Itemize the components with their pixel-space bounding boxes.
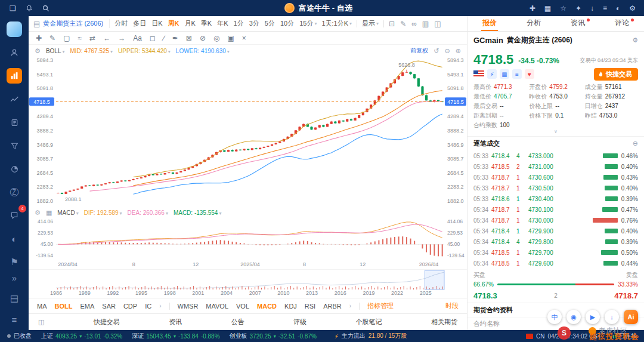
boll-dropdown[interactable]: BOLL▾ [46,48,65,54]
undo-icon[interactable]: ↺ [434,47,439,55]
tape-row[interactable]: 05:334718.614730.4000.39% [473,193,638,204]
arrows-icon[interactable]: ⇄ [89,35,95,42]
layout-icon[interactable]: ❏ [10,5,16,12]
news-icon[interactable] [7,115,22,130]
trend-icon[interactable] [7,91,22,107]
period-combo[interactable]: 1天:1分K▾ [321,19,352,28]
macd-dif-value[interactable]: DIF: 192.589▾ [84,209,122,216]
bottom-tab-公告[interactable]: 公告 [231,318,244,326]
history-timeline[interactable]: 1986198919921995199820012004200720102013… [29,269,467,298]
voice-button[interactable]: ◉ [566,310,581,324]
indicator-MAVOL[interactable]: MAVOL [206,303,228,310]
gear-icon[interactable]: ⚙ [35,209,41,217]
pie-icon[interactable] [7,161,22,177]
indicator-VOL[interactable]: VOL [236,303,249,310]
theme-icon[interactable]: ◐ [616,5,620,12]
zoom-in-icon[interactable]: ⊕ [456,47,461,55]
chevron-right-icon[interactable]: › [159,303,161,309]
tab-报价[interactable]: 报价 [481,16,498,31]
bottom-tab-相关期货[interactable]: 相关期货 [431,318,457,326]
indicator-RSI[interactable]: RSI [305,303,315,310]
download-icon[interactable]: ↓ [590,5,594,12]
profile-icon[interactable] [7,45,22,60]
vip-icon[interactable]: ✦ [575,5,581,12]
zoom-out-icon[interactable]: ⊖ [445,47,450,55]
menu-icon[interactable]: ≡ [7,312,22,327]
calendar-badge-icon[interactable]: ▦ [500,69,509,79]
bottom-tab-评级[interactable]: 评级 [293,318,306,326]
session-link[interactable]: 时段 [445,301,459,310]
macd-hist-value[interactable]: MACD: -135.554▾ [174,209,222,216]
tape-row[interactable]: 05:334718.524731.0000.40% [473,161,638,172]
screenshot-icon[interactable]: ⊡ [389,20,395,28]
theme-icon[interactable]: ◐ [7,231,22,247]
tab-资讯[interactable]: 资讯 [569,16,586,31]
timeframe-多日[interactable]: 多日 [133,19,146,28]
indicator-SAR[interactable]: SAR [102,303,116,310]
quick-trade-button[interactable]: 快捷交易 [594,68,638,81]
bottom-tab-资讯[interactable]: 资讯 [169,318,182,326]
bell-icon[interactable] [26,4,33,12]
indicator-MACD[interactable]: MACD [257,303,277,310]
tape-list[interactable]: 05:334718.444733.0000.46%05:334718.52473… [467,150,644,270]
timeframe-月K[interactable]: 月K [185,19,196,28]
search-icon[interactable] [42,5,49,12]
symbol-tab[interactable]: ▤ 黄金期货主连 (2606) [33,19,110,28]
translate-button[interactable]: 中 [547,310,562,324]
list-icon[interactable]: ≡ [603,5,607,12]
timeframe-1分[interactable]: 1分 [234,19,244,28]
wave-icon[interactable]: ≈ [78,35,82,42]
notes-badge-icon[interactable]: ≡ [512,69,522,79]
screener-icon[interactable] [7,138,22,153]
collapse-tape-icon[interactable]: ⊖ [633,140,638,147]
indicator-IC[interactable]: IC [145,303,151,310]
annotate-icon[interactable]: ✎ [400,20,406,28]
chat-icon[interactable]: 4 [7,208,22,223]
back-icon[interactable]: ← [103,35,110,42]
indicator-ARBR[interactable]: ARBR [323,303,342,310]
line-icon[interactable]: ∕ [163,35,165,42]
tape-row[interactable]: 05:344718.714730.0000.76% [473,215,638,226]
bottom-tab-个股笔记[interactable]: 个股笔记 [356,318,382,326]
ai-button[interactable]: Ai [624,310,638,324]
pin-icon[interactable]: ▦ [46,209,52,217]
timeframe-日K[interactable]: 日K [151,19,162,28]
markets-icon[interactable] [7,68,22,84]
comment-icon[interactable]: ◻ [150,35,156,42]
timeframe-季K[interactable]: 季K [201,19,212,28]
panel-toggle-icon[interactable]: ◫ [38,318,44,326]
pen-icon[interactable]: ✒ [172,35,178,42]
tape-row[interactable]: 05:344718.414729.9000.40% [473,226,638,236]
link-icon[interactable]: ∞ [411,20,417,28]
gear-icon[interactable]: ⚙ [35,47,41,55]
tape-row[interactable]: 05:334718.714730.6000.43% [473,172,638,183]
tab-分析[interactable]: 分析 [525,16,542,31]
indicator-EMA[interactable]: EMA [80,303,94,310]
indicator-BOLL[interactable]: BOLL [55,303,73,310]
timeframe-10分[interactable]: 10分 [280,19,294,28]
macd-dropdown[interactable]: MACD▾ [57,209,78,216]
ban-icon[interactable]: ⊘ [200,35,206,42]
eye-icon[interactable]: ◎ [213,35,219,42]
timeframe-周K[interactable]: 周K [168,19,179,28]
timeframe-年K[interactable]: 年K [217,19,228,28]
adjust-mode-link[interactable]: 前复权 [410,47,428,55]
forward-icon[interactable]: → [118,35,125,42]
timeframe-5分[interactable]: 5分 [265,19,275,28]
indicator-manage-link[interactable]: 指标管理 [367,301,394,310]
tape-row[interactable]: 05:334718.444733.0000.46% [473,150,638,161]
avatar[interactable] [7,21,22,37]
tab-评论[interactable]: 评论 [614,16,630,31]
main-candlestick-chart[interactable]: 5894.35894.35493.15493.15091.85091.84289… [29,57,467,207]
boll-lower-value[interactable]: LOWER: 4190.630▾ [176,48,230,54]
tape-row[interactable]: 05:344718.514729.6000.44% [473,258,638,269]
tape-row[interactable]: 05:334718.714730.5000.40% [473,183,638,193]
chevron-right-icon[interactable]: › [349,303,351,309]
grid-icon[interactable]: ▥ [422,20,429,28]
timeframe-3分[interactable]: 3分 [249,19,259,28]
tape-row[interactable]: 05:344718.714730.1000.47% [473,204,638,215]
windows-icon[interactable]: ▦ [544,5,551,12]
play-button[interactable]: ▶ [586,310,600,324]
timeframe-15分[interactable]: 15分▾ [299,19,317,28]
display-dropdown[interactable]: 显示▾ [362,19,379,28]
